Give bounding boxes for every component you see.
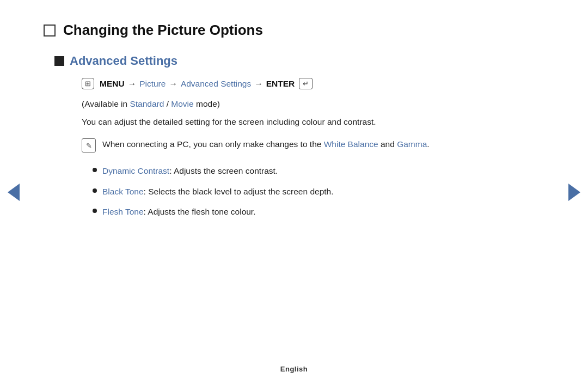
note-block: ✎ When connecting a PC, you can only mak…: [82, 138, 544, 153]
checkbox-icon: [44, 25, 56, 36]
bullet-desc-2: : Adjusts the flesh tone colour.: [144, 207, 256, 216]
section-title: Advanced Settings: [70, 54, 177, 68]
note-icon: ✎: [82, 138, 96, 153]
available-text-before: (Available in: [82, 99, 130, 108]
bullet-list: Dynamic Contrast: Adjusts the screen con…: [93, 164, 544, 218]
enter-icon: ↵: [299, 78, 313, 89]
list-item: Dynamic Contrast: Adjusts the screen con…: [93, 164, 544, 177]
advanced-settings-link: Advanced Settings: [181, 79, 251, 89]
left-arrow-icon: [8, 184, 20, 201]
main-title-text: Changing the Picture Options: [63, 22, 263, 39]
standard-link: Standard: [130, 99, 164, 108]
list-item: Black Tone: Selects the black level to a…: [93, 185, 544, 198]
page-container: Changing the Picture Options Advanced Se…: [0, 0, 588, 384]
description-line: You can adjust the detailed setting for …: [82, 115, 544, 128]
gamma-link: Gamma: [397, 139, 427, 149]
bullet-dot-icon: [93, 209, 97, 213]
right-arrow-icon: [568, 184, 580, 201]
white-balance-link: White Balance: [324, 139, 378, 149]
footer-language: English: [280, 365, 308, 373]
section-square-icon: [54, 56, 64, 66]
bullet-text: Dynamic Contrast: Adjusts the screen con…: [102, 164, 278, 177]
bullet-dot-icon: [93, 168, 97, 172]
flesh-tone-link: Flesh Tone: [102, 207, 144, 216]
section: Advanced Settings ⊞ MENU → Picture → Adv…: [54, 54, 544, 218]
arrow3: →: [254, 79, 263, 89]
prev-page-button[interactable]: [5, 184, 22, 200]
dynamic-contrast-link: Dynamic Contrast: [102, 166, 169, 175]
menu-label: MENU: [100, 79, 125, 89]
black-tone-link: Black Tone: [102, 187, 144, 196]
note-text-before: When connecting a PC, you can only make …: [102, 139, 324, 149]
note-text-after: .: [427, 139, 429, 149]
arrow2: →: [169, 79, 177, 89]
section-header: Advanced Settings: [54, 54, 544, 68]
main-title-block: Changing the Picture Options: [44, 22, 544, 39]
note-text-middle: and: [378, 139, 397, 149]
list-item: Flesh Tone: Adjusts the flesh tone colou…: [93, 205, 544, 218]
enter-label: ENTER: [266, 79, 295, 89]
picture-link: Picture: [139, 79, 166, 89]
next-page-button[interactable]: [566, 184, 583, 200]
slash: /: [164, 99, 171, 108]
note-text: When connecting a PC, you can only make …: [102, 138, 430, 151]
arrow1: →: [128, 79, 137, 89]
available-text-after: mode): [194, 99, 220, 108]
bullet-text: Flesh Tone: Adjusts the flesh tone colou…: [102, 205, 255, 218]
bullet-text: Black Tone: Selects the black level to a…: [102, 185, 334, 198]
bullet-desc-1: : Selects the black level to adjust the …: [144, 187, 334, 196]
menu-icon: ⊞: [82, 78, 94, 89]
bullet-dot-icon: [93, 188, 97, 193]
bullet-desc-0: : Adjusts the screen contrast.: [169, 166, 278, 175]
menu-path: ⊞ MENU → Picture → Advanced Settings → E…: [82, 78, 544, 89]
movie-link: Movie: [171, 99, 193, 108]
available-line: (Available in Standard / Movie mode): [82, 99, 544, 109]
